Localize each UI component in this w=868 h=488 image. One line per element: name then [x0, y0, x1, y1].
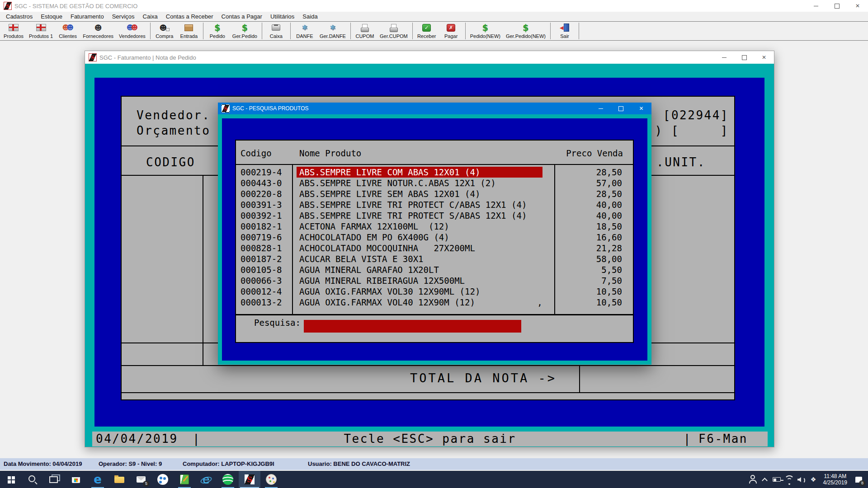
toolbar-button[interactable]: Pedido(NEW)	[467, 22, 503, 40]
tray-wifi-icon[interactable]	[783, 471, 795, 488]
maximize-button[interactable]	[611, 103, 631, 114]
toolbar-button[interactable]: Ger.CUPOM	[377, 22, 410, 40]
menu-item[interactable]: Saida	[298, 12, 321, 21]
dollar-icon	[480, 23, 491, 33]
tray-people-icon[interactable]	[746, 471, 759, 488]
toolbar-button-label: Ger.DANFE	[320, 33, 346, 39]
menu-item[interactable]: Estoque	[37, 12, 66, 21]
taskbar-app-button[interactable]: 5	[130, 471, 152, 488]
action-center-button[interactable]: 8	[851, 471, 866, 488]
menu-item[interactable]: Cadastros	[2, 12, 37, 21]
toolbar-separator	[579, 23, 579, 39]
main-window-controls	[806, 0, 868, 12]
toolbar-button[interactable]: DANFE	[292, 22, 317, 40]
menu-item[interactable]: Utilitários	[266, 12, 298, 21]
minimize-button[interactable]	[714, 51, 734, 64]
maximize-button[interactable]	[826, 0, 847, 12]
tray-volume-icon[interactable]	[795, 471, 807, 488]
taskbar-apps: 5	[0, 471, 282, 488]
toolbar-button[interactable]: Caixa	[264, 22, 288, 40]
toolbar-button-label: CUPOM	[355, 33, 374, 39]
product-row[interactable]: 000719-6 ACHOCOLATADO EM PO 6X400G (4) 1…	[236, 232, 633, 243]
product-code: 000443-0	[241, 178, 282, 188]
product-row[interactable]: 000187-2 ACUCAR BELA VISTA E 30X1 58,00	[236, 253, 633, 264]
sgc-logo-icon	[89, 53, 97, 61]
sgc-icon	[245, 474, 255, 484]
person-icon	[93, 23, 104, 33]
invoice-order-number-group: [022944]) [ ]	[655, 108, 729, 138]
toolbar-button[interactable]: Produtos 1	[26, 22, 56, 40]
close-button[interactable]	[847, 0, 868, 12]
taskbar-app-button[interactable]	[43, 471, 65, 488]
product-row[interactable]: 000066-3 AGUA MINERAL RIBEIRAGUA 12X500M…	[236, 275, 633, 286]
menu-item[interactable]: Contas a Pagar	[217, 12, 266, 21]
tray-dropbox-icon[interactable]	[807, 471, 820, 488]
toolbar-button-label: Vendedores	[119, 33, 146, 39]
toolbar-button[interactable]: CUPOM	[353, 22, 377, 40]
toolbar-button[interactable]: Receber	[415, 22, 439, 40]
spotify-icon	[222, 473, 234, 486]
taskbar-app-button[interactable]	[195, 471, 217, 488]
toolbar-button[interactable]: Ger.Pedido	[230, 22, 260, 40]
product-row[interactable]: 000443-0 ABS.SEMPRE LIVRE NOTUR.C.ABAS 1…	[236, 178, 633, 188]
order-bracket-field[interactable]: ) [ ]	[655, 124, 729, 137]
clock-time: 11:48 AM	[823, 473, 847, 479]
status-usuario: Usuario: BENE DO CAVACO-MATRIZ	[308, 458, 410, 470]
taskbar-app-button[interactable]	[0, 471, 22, 488]
product-row[interactable]: 000105-8 AGUA MINERAL GARAFAO 1X20LT 5,5…	[236, 264, 633, 275]
search-input[interactable]	[304, 320, 521, 333]
close-button[interactable]	[631, 103, 651, 114]
total-row: TOTAL DA NOTA ->	[122, 365, 734, 393]
product-row[interactable]: 000012-4 AGUA OXIG.FARMAX VOL30 12X90ML …	[236, 286, 633, 297]
toolbar-button[interactable]: Vendedores	[116, 22, 148, 40]
product-price: 5,50	[601, 264, 622, 275]
taskbar-app-button[interactable]	[87, 471, 108, 488]
toolbar-button[interactable]: Clientes	[56, 22, 80, 40]
product-row[interactable]: 000219-4 ABS.SEMPRE LIVRE COM ABAS 12X01…	[236, 167, 633, 178]
toolbar-button[interactable]: Fornecedores	[80, 22, 116, 40]
product-row[interactable]: 000392-1 ABS.SEMPRE LIVRE TRI PROTECT S/…	[236, 210, 633, 221]
search-titlebar[interactable]: SGC - PESQUISA PRODUTOS	[218, 103, 651, 114]
toolbar-button[interactable]: Sair	[552, 22, 577, 40]
taskbar-app-button[interactable]	[174, 471, 195, 488]
menu-item[interactable]: Serviços	[108, 12, 139, 21]
toolbar-button[interactable]: Entrada	[177, 22, 201, 40]
tray-battery-icon[interactable]	[771, 471, 783, 488]
taskbar-clock[interactable]: 11:48 AM 4/25/2019	[820, 473, 851, 486]
product-row[interactable]: 000013-2 AGUA OXIG.FARMAX VOL40 12X90M (…	[236, 297, 633, 308]
minimize-button[interactable]	[590, 103, 611, 114]
menu-item[interactable]: Caixa	[139, 12, 162, 21]
product-row[interactable]: 000391-3 ABS.SEMPRE LIVRE TRI PROTECT C/…	[236, 199, 633, 210]
toolbar-button[interactable]: Produtos	[1, 22, 26, 40]
toolbar-button[interactable]: Ger.DANFE	[317, 22, 349, 40]
menu-item[interactable]: Faturamento	[66, 12, 108, 21]
product-row[interactable]: 000220-8 ABS.SEMPRE LIVRE SEM ABAS 12X01…	[236, 188, 633, 199]
product-row[interactable]: 000828-1 ACHOCOLATADO MOCOQUINHA 27X200M…	[236, 243, 633, 253]
invoice-form-labels: Vendedor.Orçamento	[137, 108, 210, 138]
taskbar-app-button[interactable]	[217, 471, 239, 488]
toolbar-button[interactable]: Pedido	[205, 22, 230, 40]
taskbar-app-button[interactable]	[108, 471, 130, 488]
clock-date: 4/25/2019	[823, 479, 847, 486]
taskbar-app-button[interactable]	[152, 471, 174, 488]
taskbar-app-button[interactable]	[260, 471, 282, 488]
toolbar-button[interactable]: Compra	[152, 22, 177, 40]
maximize-button[interactable]	[734, 51, 754, 64]
invoice-window-title: SGC - Faturamento | Nota de Pedido	[99, 54, 196, 61]
product-name: ABS.SEMPRE LIVRE SEM ABAS 12X01 (4)	[299, 188, 480, 199]
minimize-button[interactable]	[806, 0, 826, 12]
product-price: 40,00	[596, 210, 622, 221]
toolbar-button[interactable]: Ger.Pedido(NEW)	[503, 22, 548, 40]
product-row[interactable]: 000182-1 ACETONA FARMAX 12X100ML (12) 18…	[236, 221, 633, 232]
toolbar-separator	[262, 23, 262, 39]
taskbar-app-button[interactable]	[65, 471, 87, 488]
taskbar-app-button[interactable]	[239, 471, 260, 488]
close-button[interactable]	[754, 51, 774, 64]
toolbar-button-label: Pagar	[444, 33, 458, 39]
toolbar-button[interactable]: Pagar	[439, 22, 463, 40]
movement-date: 04/04/2019	[96, 432, 178, 446]
menu-item[interactable]: Contas a Receber	[162, 12, 217, 21]
taskbar-app-button[interactable]	[22, 471, 43, 488]
system-tray: 11:48 AM 4/25/2019 8	[746, 471, 866, 488]
tray-chevron-icon[interactable]	[759, 471, 771, 488]
